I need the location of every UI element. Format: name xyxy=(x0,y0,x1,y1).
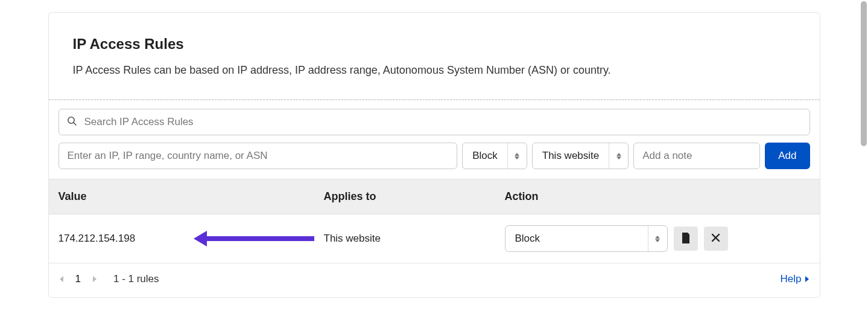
prev-page-button[interactable] xyxy=(60,276,63,282)
action-select-value: Block xyxy=(463,150,507,162)
scrollbar[interactable] xyxy=(861,1,867,146)
scope-select[interactable]: This website xyxy=(532,143,629,169)
search-input[interactable] xyxy=(59,109,810,135)
row-action-value: Block xyxy=(505,233,648,245)
controls-section: Block This website Add xyxy=(49,100,820,179)
note-button[interactable] xyxy=(674,227,698,251)
select-stepper-icon xyxy=(609,143,628,169)
page-description: IP Access Rules can be based on IP addre… xyxy=(73,62,796,79)
col-header-action: Action xyxy=(505,190,810,203)
col-header-value: Value xyxy=(59,190,324,203)
table-header: Value Applies to Action xyxy=(49,179,820,214)
table-footer: 1 1 - 1 rules Help xyxy=(49,263,820,297)
scope-select-value: This website xyxy=(533,150,609,162)
page-number: 1 xyxy=(75,273,81,285)
delete-button[interactable] xyxy=(704,227,728,251)
ip-access-rules-panel: IP Access Rules IP Access Rules can be b… xyxy=(48,12,820,298)
note-input[interactable] xyxy=(633,143,760,169)
row-action-cell: Block xyxy=(505,225,810,252)
chevron-right-icon xyxy=(805,276,809,282)
next-page-button[interactable] xyxy=(93,276,97,282)
note-icon xyxy=(681,233,691,245)
search-wrap xyxy=(59,109,810,135)
row-action-select[interactable]: Block xyxy=(505,225,668,252)
help-link[interactable]: Help xyxy=(781,273,809,285)
pager: 1 xyxy=(60,273,97,285)
col-header-applies: Applies to xyxy=(324,190,505,203)
svg-line-1 xyxy=(74,123,76,125)
select-stepper-icon xyxy=(648,226,667,251)
close-icon xyxy=(711,233,720,244)
add-button[interactable]: Add xyxy=(765,143,809,169)
table-row: 174.212.154.198 This website Block xyxy=(49,214,820,263)
page-title: IP Access Rules xyxy=(73,36,796,53)
select-stepper-icon xyxy=(507,143,527,169)
rules-count: 1 - 1 rules xyxy=(113,273,159,285)
panel-header: IP Access Rules IP Access Rules can be b… xyxy=(49,13,820,99)
ip-input[interactable] xyxy=(59,143,458,169)
help-label: Help xyxy=(781,273,802,285)
search-icon xyxy=(67,116,77,128)
add-rule-row: Block This website Add xyxy=(59,143,810,169)
action-select[interactable]: Block xyxy=(462,143,527,169)
row-applies-to: This website xyxy=(324,233,505,245)
annotation-arrow xyxy=(194,231,314,246)
